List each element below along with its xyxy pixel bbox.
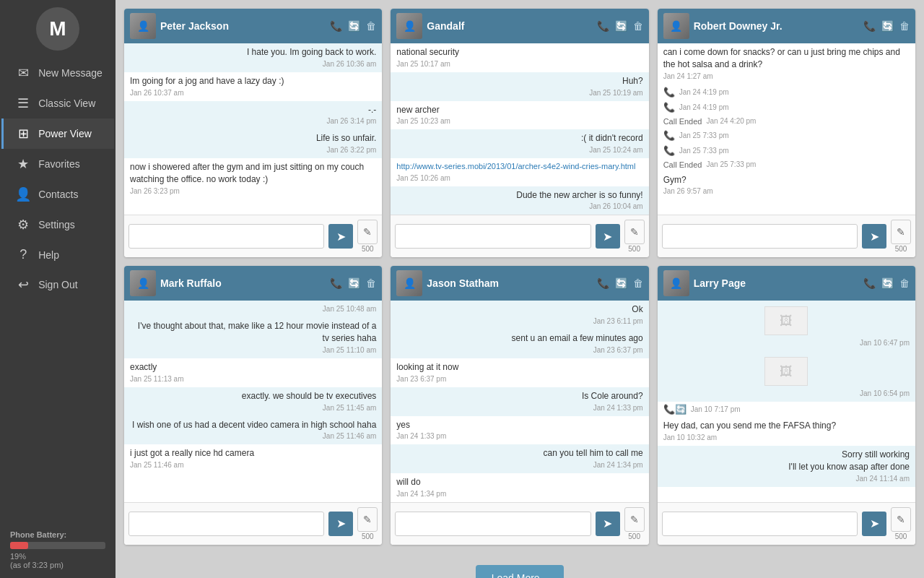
msg-row: Sorry still workingI'll let you know asa… (658, 446, 915, 487)
conv-messages-larry-page: 🖼Jan 10 6:47 pm🖼Jan 10 6:54 pm📞🔄Jan 10 7… (658, 301, 915, 502)
msg-row: Gym?Jan 26 9:57 am (658, 171, 915, 200)
msg-time: Jan 25 10:17 am (396, 59, 642, 69)
delete-icon[interactable]: 🗑 (633, 20, 643, 32)
attach-button-mark-ruffalo[interactable]: ✎ (357, 507, 378, 532)
conv-header-larry-page: 👤 Larry Page 📞 🔄 🗑 (658, 266, 915, 301)
load-more-button[interactable]: Load More... (476, 565, 565, 578)
phone-icon[interactable]: 📞 (597, 20, 609, 32)
conv-messages-robert-downey-jr: can i come down for snacks? or can u jus… (658, 43, 915, 215)
refresh-icon[interactable]: 🔄 (881, 277, 894, 289)
msg-link[interactable]: http://www.tv-series.mobi/2013/01/archer… (396, 161, 642, 172)
msg-time: Jan 25 10:23 am (396, 116, 642, 126)
char-count-robert-downey-jr: 500 (895, 245, 907, 253)
msg-text: Dude the new archer is so funny! (396, 189, 642, 202)
help-icon: ? (15, 247, 31, 262)
main-content: 👤 Peter Jackson 📞 🔄 🗑 I hate you. Im goi… (116, 0, 924, 578)
conv-header-icons: 📞 🔄 🗑 (863, 277, 910, 289)
avatar-img: 👤 (396, 270, 422, 296)
sign-out-icon: ↩ (15, 277, 31, 293)
call-row: 📞Jan 24 4:19 pm (658, 85, 915, 100)
conv-card-larry-page: 👤 Larry Page 📞 🔄 🗑 🖼Jan 10 6:47 pm🖼Jan 1… (658, 266, 915, 545)
phone-icon[interactable]: 📞 (597, 277, 609, 289)
conv-header-icons: 📞 🔄 🗑 (330, 277, 376, 289)
sidebar-item-settings[interactable]: ⚙Settings (1, 210, 114, 240)
msg-row: now i showered after the gym and im just… (124, 158, 382, 199)
message-input-jason-statham[interactable] (395, 512, 590, 536)
msg-time: Jan 24 1:34 pm (396, 460, 642, 470)
conv-footer-robert-downey-jr: ➤ ✎ 500 (658, 215, 915, 257)
attach-button-gandalf[interactable]: ✎ (624, 220, 645, 244)
new-message-icon: ✉ (15, 65, 31, 81)
attach-button-larry-page[interactable]: ✎ (891, 507, 911, 532)
msg-text: sent u an email a few minutes ago (396, 332, 642, 345)
msg-row: exactly. we should be tv executivesJan 2… (124, 387, 382, 416)
send-button-robert-downey-jr[interactable]: ➤ (862, 224, 886, 249)
call-time: Jan 24 4:20 pm (706, 117, 756, 125)
attach-button-robert-downey-jr[interactable]: ✎ (891, 220, 911, 244)
refresh-icon[interactable]: 🔄 (615, 20, 627, 32)
attach-button-jason-statham[interactable]: ✎ (624, 507, 645, 532)
sidebar-label: Settings (38, 219, 75, 230)
message-input-larry-page[interactable] (662, 512, 858, 536)
favorites-icon: ★ (15, 156, 31, 172)
phone-icon[interactable]: 📞 (330, 277, 342, 289)
delete-icon[interactable]: 🗑 (633, 277, 643, 289)
sidebar-item-classic-view[interactable]: ☰Classic View (1, 88, 114, 118)
delete-icon[interactable]: 🗑 (366, 277, 376, 289)
call-time: Jan 25 7:33 pm (679, 131, 729, 139)
message-input-peter-jackson[interactable] (128, 224, 324, 249)
msg-text: Hey dad, can you send me the FAFSA thing… (663, 420, 910, 432)
delete-icon[interactable]: 🗑 (366, 20, 376, 32)
call-ended-label: Call Ended (663, 160, 702, 169)
refresh-icon[interactable]: 🔄 (348, 277, 360, 289)
delete-icon[interactable]: 🗑 (899, 277, 910, 289)
paperclip-icon: ✎ (630, 226, 639, 238)
sidebar-item-power-view[interactable]: ⊞Power View (1, 118, 114, 149)
msg-time: Jan 24 1:33 pm (396, 403, 642, 413)
call-time: Jan 10 7:17 pm (691, 405, 741, 413)
sidebar-item-new-message[interactable]: ✉New Message (1, 58, 114, 88)
phone-icon[interactable]: 📞 (863, 277, 876, 289)
paperclip-icon: ✎ (363, 514, 372, 525)
msg-time: Jan 24 1:34 pm (396, 489, 642, 499)
message-input-mark-ruffalo[interactable] (128, 512, 324, 536)
conv-avatar-larry-page: 👤 (663, 270, 689, 296)
msg-text: Gym? (663, 174, 910, 186)
msg-text: Sorry still workingI'll let you know asa… (663, 449, 910, 473)
send-button-jason-statham[interactable]: ➤ (596, 512, 620, 536)
phone-icon[interactable]: 📞 (330, 20, 342, 32)
conv-messages-mark-ruffalo: Jan 25 10:48 amI've thought about that, … (124, 301, 382, 502)
refresh-icon[interactable]: 🔄 (348, 20, 360, 32)
msg-row: I've thought about that, make like a 12 … (124, 317, 382, 358)
refresh-icon[interactable]: 🔄 (881, 20, 894, 32)
attach-button-peter-jackson[interactable]: ✎ (357, 220, 378, 244)
send-button-gandalf[interactable]: ➤ (596, 224, 620, 249)
msg-row: looking at it nowJan 23 6:37 pm (391, 358, 648, 387)
msg-time: Jan 26 9:57 am (663, 186, 910, 197)
msg-time: Jan 26 10:04 am (396, 202, 642, 212)
msg-row: sent u an email a few minutes agoJan 23 … (391, 329, 648, 358)
sidebar-label: Favorites (38, 158, 80, 170)
send-button-mark-ruffalo[interactable]: ➤ (328, 512, 353, 536)
refresh-icon[interactable]: 🔄 (615, 277, 627, 289)
battery-percent: 19% (as of 3:23 pm) (10, 552, 105, 569)
conv-header-icons: 📞 🔄 🗑 (330, 20, 376, 32)
sidebar-item-contacts[interactable]: 👤Contacts (1, 179, 114, 210)
msg-time: Jan 26 3:22 pm (130, 145, 376, 155)
phone-icon[interactable]: 📞 (863, 20, 876, 32)
power-view-icon: ⊞ (15, 126, 31, 142)
message-input-robert-downey-jr[interactable] (662, 224, 858, 249)
msg-row: national securityJan 25 10:17 am (391, 43, 648, 72)
call-time: Jan 24 4:19 pm (679, 103, 729, 111)
send-button-peter-jackson[interactable]: ➤ (328, 224, 353, 249)
message-input-gandalf[interactable] (395, 224, 590, 249)
sidebar-item-help[interactable]: ?Help (1, 240, 114, 269)
delete-icon[interactable]: 🗑 (899, 20, 910, 32)
sidebar-item-sign-out[interactable]: ↩Sign Out (1, 269, 114, 300)
call-refresh-icon: 📞🔄 (663, 404, 687, 415)
msg-row: can i come down for snacks? or can u jus… (658, 43, 915, 85)
conv-name-peter-jackson: Peter Jackson (160, 20, 326, 32)
sidebar-item-favorites[interactable]: ★Favorites (1, 149, 114, 179)
send-button-larry-page[interactable]: ➤ (862, 512, 886, 536)
conv-avatar-gandalf: 👤 (396, 13, 422, 39)
